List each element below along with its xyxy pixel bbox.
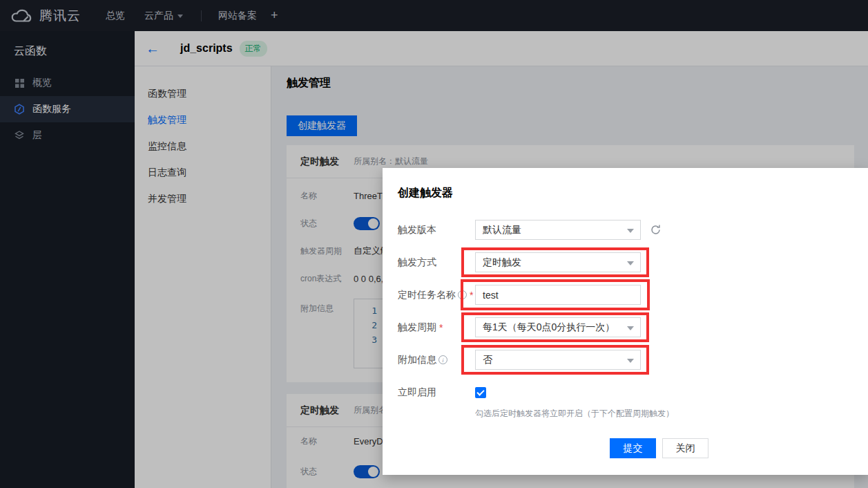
- create-trigger-form: 触发版本 默认流量 触发方式 定时触发 定时任务名: [398, 220, 868, 420]
- chevron-down-icon: [627, 229, 634, 233]
- enable-help-text: 勾选后定时触发器将立即开启（于下个配置周期触发）: [475, 408, 868, 420]
- label-trigger-cycle: 触发周期*: [398, 321, 475, 334]
- enable-now-checkbox[interactable]: [475, 387, 486, 398]
- task-name-input[interactable]: [475, 285, 641, 305]
- trigger-cycle-select[interactable]: 每1天（每天0点0分执行一次）: [475, 317, 641, 337]
- chevron-down-icon: [627, 326, 634, 330]
- trigger-type-select[interactable]: 定时触发: [475, 252, 641, 272]
- task-name-field-wrap: [475, 285, 641, 305]
- label-trigger-type: 触发方式: [398, 256, 475, 269]
- close-button[interactable]: 关闭: [662, 438, 708, 458]
- info-icon[interactable]: [458, 290, 467, 299]
- info-icon[interactable]: [438, 355, 447, 364]
- required-mark: *: [470, 290, 473, 301]
- required-mark: *: [439, 322, 443, 333]
- chevron-down-icon: [627, 359, 634, 363]
- label-trigger-version: 触发版本: [398, 224, 475, 236]
- extra-info-select[interactable]: 否: [475, 350, 641, 370]
- tencent-cloud-console: 腾讯云 总览 云产品 网站备案 + 云函数 概览 函数服务: [0, 0, 868, 488]
- label-enable-now: 立即启用: [398, 386, 475, 399]
- create-trigger-modal: 创建触发器 触发版本 默认流量 触发方式 定时触发: [383, 168, 868, 475]
- modal-actions: 提交 关闭: [610, 438, 708, 458]
- label-task-name: 定时任务名称*: [398, 289, 475, 301]
- submit-button[interactable]: 提交: [610, 438, 656, 458]
- label-extra-info: 附加信息: [398, 354, 475, 366]
- modal-title: 创建触发器: [398, 186, 868, 200]
- refresh-icon[interactable]: [650, 224, 662, 236]
- chevron-down-icon: [627, 261, 634, 265]
- trigger-version-select[interactable]: 默认流量: [475, 220, 641, 240]
